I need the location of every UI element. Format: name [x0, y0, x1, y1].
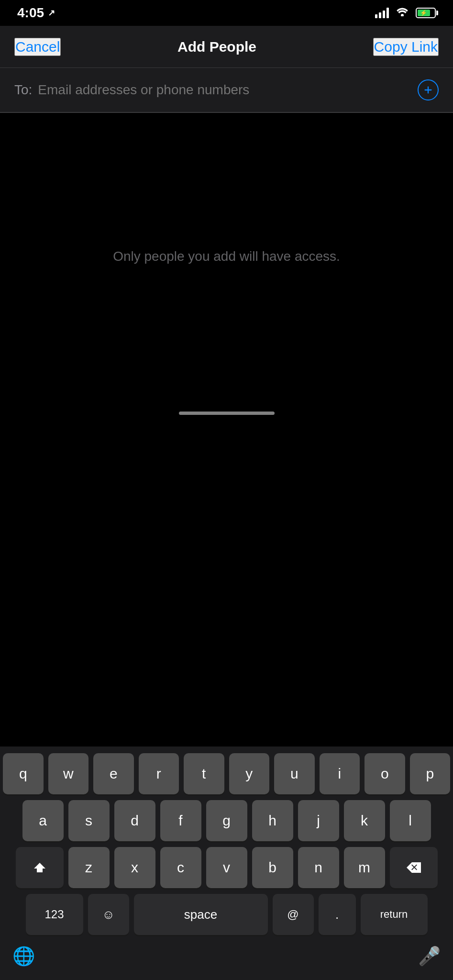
- key-k[interactable]: k: [344, 800, 385, 841]
- keyboard-row-4: 123 ☺ space @ . return: [3, 894, 450, 935]
- status-bar: 4:05 ↗ ⚡: [0, 0, 453, 26]
- emoji-key[interactable]: ☺: [88, 894, 129, 935]
- globe-icon[interactable]: 🌐: [12, 946, 35, 967]
- at-key[interactable]: @: [273, 894, 314, 935]
- key-p[interactable]: p: [410, 753, 451, 794]
- key-l[interactable]: l: [390, 800, 431, 841]
- delete-key[interactable]: [390, 847, 438, 888]
- key-v[interactable]: v: [206, 847, 247, 888]
- key-m[interactable]: m: [344, 847, 385, 888]
- key-g[interactable]: g: [206, 800, 247, 841]
- to-label: To:: [14, 82, 32, 98]
- wifi-icon: [396, 7, 409, 19]
- key-u[interactable]: u: [274, 753, 315, 794]
- keyboard-row-2: a s d f g h j k l: [3, 800, 450, 841]
- key-c[interactable]: c: [160, 847, 201, 888]
- svg-point-0: [401, 14, 404, 16]
- copy-link-button[interactable]: Copy Link: [373, 38, 439, 56]
- add-contact-button[interactable]: [418, 79, 439, 100]
- keyboard-row-3: z x c v b n m: [3, 847, 450, 888]
- key-z[interactable]: z: [68, 847, 110, 888]
- key-e[interactable]: e: [93, 753, 134, 794]
- keyboard-bottom-bar: 🌐 🎤: [3, 941, 450, 976]
- space-key[interactable]: space: [134, 894, 268, 935]
- key-h[interactable]: h: [252, 800, 293, 841]
- shift-key[interactable]: [16, 847, 64, 888]
- battery-icon: ⚡: [416, 8, 436, 18]
- dot-key[interactable]: .: [319, 894, 356, 935]
- key-i[interactable]: i: [320, 753, 360, 794]
- access-hint-text: Only people you add will have access.: [113, 249, 340, 264]
- time-display: 4:05: [17, 5, 44, 21]
- key-r[interactable]: r: [139, 753, 179, 794]
- cancel-button[interactable]: Cancel: [14, 38, 61, 56]
- key-t[interactable]: t: [184, 753, 224, 794]
- key-a[interactable]: a: [22, 800, 64, 841]
- key-y[interactable]: y: [229, 753, 270, 794]
- numbers-key[interactable]: 123: [26, 894, 83, 935]
- key-n[interactable]: n: [298, 847, 339, 888]
- key-s[interactable]: s: [68, 800, 110, 841]
- key-o[interactable]: o: [365, 753, 405, 794]
- return-key[interactable]: return: [361, 894, 428, 935]
- keyboard-row-1: q w e r t y u i o p: [3, 753, 450, 794]
- key-j[interactable]: j: [298, 800, 339, 841]
- to-field-container: To:: [0, 68, 453, 112]
- svg-marker-3: [34, 863, 45, 872]
- status-time: 4:05 ↗: [17, 5, 55, 21]
- key-b[interactable]: b: [252, 847, 293, 888]
- to-field-input-area[interactable]: To:: [14, 82, 418, 98]
- key-d[interactable]: d: [114, 800, 155, 841]
- key-w[interactable]: w: [48, 753, 89, 794]
- key-f[interactable]: f: [160, 800, 201, 841]
- key-q[interactable]: q: [3, 753, 44, 794]
- signal-icon: [375, 8, 389, 18]
- recipient-input[interactable]: [38, 82, 418, 98]
- key-x[interactable]: x: [114, 847, 155, 888]
- home-bar: [179, 412, 275, 415]
- home-indicator: [0, 400, 453, 426]
- page-title: Add People: [177, 39, 256, 55]
- microphone-icon[interactable]: 🎤: [418, 946, 441, 967]
- keyboard: q w e r t y u i o p a s d f g h j k l z …: [0, 746, 453, 980]
- status-icons: ⚡: [375, 7, 436, 19]
- navigation-bar: Cancel Add People Copy Link: [0, 26, 453, 68]
- main-content-area: Only people you add will have access.: [0, 113, 453, 400]
- location-icon: ↗: [48, 8, 55, 18]
